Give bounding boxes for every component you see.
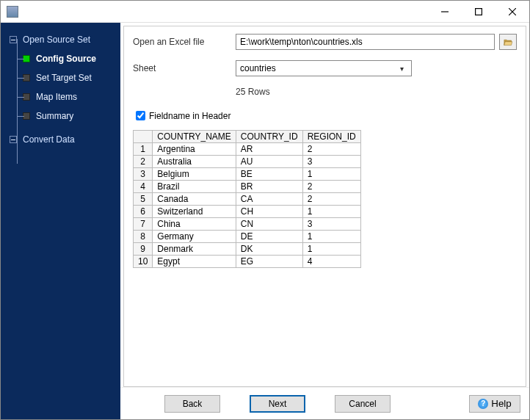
table-cell[interactable]: 3 xyxy=(302,156,360,168)
file-label: Open an Excel file xyxy=(133,37,236,47)
table-row[interactable]: 6SwitzerlandCH1 xyxy=(134,206,361,218)
row-number: 5 xyxy=(134,193,153,206)
svg-rect-1 xyxy=(476,8,482,15)
table-cell[interactable]: DE xyxy=(236,231,302,243)
sidebar-item-label: Summary xyxy=(36,111,73,121)
browse-button[interactable] xyxy=(499,34,517,50)
table-row[interactable]: 1ArgentinaAR2 xyxy=(134,143,361,156)
app-icon xyxy=(7,6,18,18)
chevron-down-icon: ▾ xyxy=(396,65,407,73)
row-number: 8 xyxy=(134,231,153,243)
table-cell[interactable]: Brazil xyxy=(153,181,236,193)
titlebar xyxy=(1,1,529,23)
table-cell[interactable]: Argentina xyxy=(153,143,236,156)
help-label: Help xyxy=(491,398,511,409)
row-number: 4 xyxy=(134,181,153,193)
sidebar-item-label: Config Source xyxy=(36,54,96,64)
minimize-button[interactable] xyxy=(428,1,462,23)
table-cell[interactable]: 4 xyxy=(302,256,360,268)
folder-open-icon xyxy=(504,37,513,47)
step-status-icon xyxy=(23,93,30,101)
table-cell[interactable]: EG xyxy=(236,256,302,268)
table-cell[interactable]: Switzerland xyxy=(153,206,236,218)
sidebar-root-label: Open Source Set xyxy=(23,35,90,45)
column-header[interactable]: COUNTRY_ID xyxy=(236,131,302,143)
table-row[interactable]: 2AustraliaAU3 xyxy=(134,156,361,168)
sidebar-root-label: Convert Data xyxy=(23,134,75,145)
table-cell[interactable]: AR xyxy=(236,143,302,156)
table-cell[interactable]: 1 xyxy=(302,243,360,256)
sheet-select[interactable]: countries ▾ xyxy=(236,60,412,76)
table-row[interactable]: 7ChinaCN3 xyxy=(134,218,361,231)
table-cell[interactable]: 2 xyxy=(302,143,360,156)
sidebar-item-config-source[interactable]: Config Source xyxy=(5,49,120,68)
close-button[interactable] xyxy=(495,1,529,23)
table-cell[interactable]: DK xyxy=(236,243,302,256)
table-cell[interactable]: Belgium xyxy=(153,168,236,181)
sidebar-item-set-target-set[interactable]: Set Target Set xyxy=(5,68,120,87)
fieldname-header-checkbox[interactable] xyxy=(136,111,145,120)
table-row[interactable]: 8GermanyDE1 xyxy=(134,231,361,243)
table-cell[interactable]: 1 xyxy=(302,168,360,181)
file-path-input[interactable] xyxy=(236,34,495,50)
sidebar-root-open-source-set[interactable]: Open Source Set xyxy=(5,30,120,49)
row-number: 2 xyxy=(134,156,153,168)
row-number: 7 xyxy=(134,218,153,231)
table-cell[interactable]: Germany xyxy=(153,231,236,243)
table-cell[interactable]: 3 xyxy=(302,218,360,231)
row-number: 3 xyxy=(134,168,153,181)
table-cell[interactable]: China xyxy=(153,218,236,231)
fieldname-header-label[interactable]: Fieldname in Header xyxy=(149,111,230,121)
help-button[interactable]: ? Help xyxy=(469,395,520,413)
table-row[interactable]: 4BrazilBR2 xyxy=(134,181,361,193)
table-cell[interactable]: AU xyxy=(236,156,302,168)
wizard-sidebar: Open Source Set Config SourceSet Target … xyxy=(1,23,120,419)
table-row[interactable]: 9DenmarkDK1 xyxy=(134,243,361,256)
table-cell[interactable]: BR xyxy=(236,181,302,193)
sidebar-item-summary[interactable]: Summary xyxy=(5,106,120,126)
row-number: 1 xyxy=(134,143,153,156)
collapse-icon[interactable] xyxy=(10,136,17,143)
preview-table: COUNTRY_NAMECOUNTRY_IDREGION_ID 1Argenti… xyxy=(133,130,361,268)
column-header[interactable]: COUNTRY_NAME xyxy=(153,131,236,143)
table-cell[interactable]: 2 xyxy=(302,181,360,193)
main-panel: Open an Excel file Sheet countries ▾ xyxy=(120,23,529,419)
row-count-label: 25 Rows xyxy=(133,87,517,97)
row-number: 10 xyxy=(134,256,153,268)
step-status-icon xyxy=(23,74,30,82)
table-row[interactable]: 5CanadaCA2 xyxy=(134,193,361,206)
column-header[interactable]: REGION_ID xyxy=(302,131,360,143)
table-cell[interactable]: Egypt xyxy=(153,256,236,268)
table-cell[interactable]: 2 xyxy=(302,193,360,206)
table-cell[interactable]: Australia xyxy=(153,156,236,168)
table-row[interactable]: 3BelgiumBE1 xyxy=(134,168,361,181)
sheet-selected-value: countries xyxy=(240,63,396,73)
table-row[interactable]: 10EgyptEG4 xyxy=(134,256,361,268)
step-status-icon xyxy=(23,112,30,120)
table-cell[interactable]: Denmark xyxy=(153,243,236,256)
sidebar-item-label: Map Items xyxy=(36,92,77,102)
sidebar-item-label: Set Target Set xyxy=(36,73,92,83)
sheet-label: Sheet xyxy=(133,63,236,73)
table-cell[interactable]: CA xyxy=(236,193,302,206)
table-cell[interactable]: 1 xyxy=(302,231,360,243)
next-button[interactable]: Next xyxy=(250,395,305,413)
table-cell[interactable]: CH xyxy=(236,206,302,218)
table-cell[interactable]: CN xyxy=(236,218,302,231)
table-cell[interactable]: BE xyxy=(236,168,302,181)
table-cell[interactable]: Canada xyxy=(153,193,236,206)
maximize-button[interactable] xyxy=(462,1,495,23)
wizard-footer: Back Next Cancel ? Help xyxy=(120,387,529,419)
step-status-icon xyxy=(23,55,30,62)
row-number: 6 xyxy=(134,206,153,218)
table-corner xyxy=(134,131,153,143)
help-icon: ? xyxy=(478,399,488,409)
collapse-icon[interactable] xyxy=(10,36,17,43)
back-button[interactable]: Back xyxy=(164,395,220,413)
cancel-button[interactable]: Cancel xyxy=(335,395,391,413)
table-cell[interactable]: 1 xyxy=(302,206,360,218)
row-number: 9 xyxy=(134,243,153,256)
sidebar-item-map-items[interactable]: Map Items xyxy=(5,87,120,106)
sidebar-root-convert-data[interactable]: Convert Data xyxy=(5,130,120,149)
